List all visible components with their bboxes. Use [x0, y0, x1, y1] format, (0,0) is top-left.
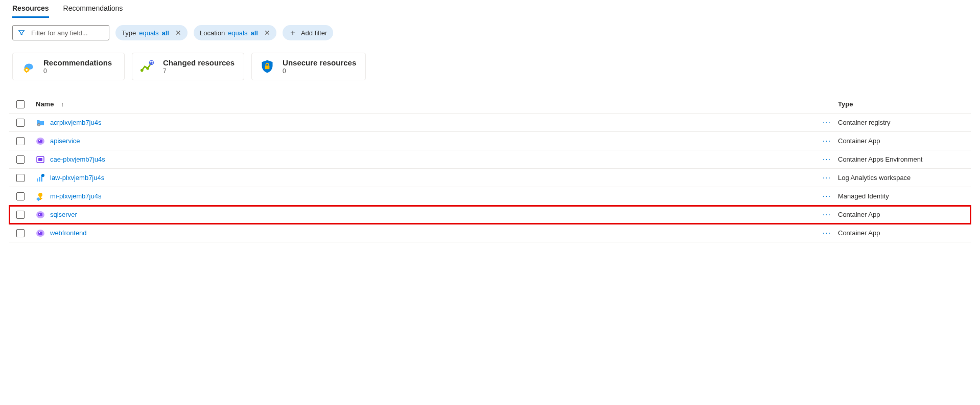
resource-link[interactable]: acrplxvjemb7ju4s — [50, 119, 101, 126]
pill-type-prefix: Type — [122, 29, 136, 37]
row-type-cell: Container App — [838, 229, 971, 237]
row-checkbox[interactable] — [16, 211, 25, 219]
card-title: Unsecure resources — [283, 58, 356, 67]
summary-cards: Recommendations 0 Changed resources 7 — [0, 40, 980, 80]
table-row: sqlserver ··· Container App — [9, 206, 971, 224]
table-row: webfrontend ··· Container App — [9, 224, 971, 242]
registry-icon — [36, 118, 45, 127]
card-text: Changed resources 7 — [163, 58, 235, 75]
containerapp-icon — [36, 229, 45, 238]
filter-bar: Type equals all ✕ Location equals all ✕ … — [0, 18, 980, 40]
resource-link[interactable]: mi-plxvjemb7ju4s — [50, 192, 101, 200]
table-header: Name ↑ Type — [9, 95, 971, 114]
row-check-cell — [9, 155, 32, 164]
tabs-bar: Resources Recommendations — [0, 0, 980, 18]
column-name-label: Name — [36, 100, 54, 108]
column-header-type[interactable]: Type — [838, 100, 971, 108]
row-name-cell: webfrontend — [32, 229, 815, 238]
card-count: 0 — [43, 68, 112, 75]
containerapp-icon — [36, 210, 45, 219]
row-actions-icon[interactable]: ··· — [815, 155, 838, 164]
cae-icon — [36, 155, 45, 164]
card-title: Changed resources — [163, 58, 235, 67]
svg-rect-4 — [24, 70, 26, 71]
row-type-cell: Managed Identity — [838, 192, 971, 200]
row-checkbox[interactable] — [16, 174, 25, 182]
resources-table: Name ↑ Type acrplxvjemb7ju4s ··· Contain… — [9, 95, 971, 242]
card-text: Recommendations 0 — [43, 58, 112, 75]
add-filter-button[interactable]: ＋ Add filter — [283, 25, 333, 40]
row-actions-icon[interactable]: ··· — [815, 118, 838, 127]
row-name-cell: sqlserver — [32, 210, 815, 219]
row-type-cell: Log Analytics workspace — [838, 174, 971, 182]
card-unsecure-resources[interactable]: Unsecure resources 0 — [251, 53, 366, 80]
tab-resources[interactable]: Resources — [12, 0, 49, 17]
card-text: Unsecure resources 0 — [283, 58, 356, 75]
row-checkbox[interactable] — [16, 192, 25, 200]
filter-input[interactable] — [30, 29, 104, 37]
row-name-cell: acrplxvjemb7ju4s — [32, 118, 815, 127]
pill-type-value: all — [162, 29, 169, 37]
column-header-name[interactable]: Name ↑ — [32, 100, 815, 108]
identity-icon — [36, 192, 45, 201]
table-row: acrplxvjemb7ju4s ··· Container registry — [9, 114, 971, 132]
svg-rect-2 — [26, 67, 27, 69]
row-name-cell: cae-plxvjemb7ju4s — [32, 155, 815, 164]
svg-point-7 — [146, 67, 149, 70]
row-type-cell: Container Apps Environment — [838, 155, 971, 163]
resource-link[interactable]: law-plxvjemb7ju4s — [50, 174, 104, 182]
table-row: mi-plxvjemb7ju4s ··· Managed Identity — [9, 187, 971, 206]
row-check-cell — [9, 174, 32, 182]
add-filter-label: Add filter — [301, 29, 327, 37]
resource-link[interactable]: apiservice — [50, 137, 80, 145]
row-actions-icon[interactable]: ··· — [815, 210, 838, 219]
card-changed-resources[interactable]: Changed resources 7 — [132, 53, 244, 80]
pill-type-mid: equals — [139, 29, 158, 37]
row-check-cell — [9, 211, 32, 219]
row-checkbox[interactable] — [16, 137, 25, 145]
filter-pill-type[interactable]: Type equals all ✕ — [115, 25, 188, 40]
resource-link[interactable]: sqlserver — [50, 211, 77, 218]
table-row: cae-plxvjemb7ju4s ··· Container Apps Env… — [9, 150, 971, 169]
row-name-cell: apiservice — [32, 137, 815, 146]
row-name-cell: mi-plxvjemb7ju4s — [32, 192, 815, 201]
table-row: law-plxvjemb7ju4s ··· Log Analytics work… — [9, 169, 971, 187]
row-check-cell — [9, 137, 32, 145]
pill-location-prefix: Location — [200, 29, 225, 37]
tab-recommendations[interactable]: Recommendations — [63, 0, 123, 17]
card-count: 0 — [283, 68, 356, 75]
containerapp-icon — [36, 137, 45, 146]
table-row: apiservice ··· Container App — [9, 132, 971, 150]
law-icon — [36, 173, 45, 183]
recommendations-icon — [20, 58, 36, 75]
row-checkbox[interactable] — [16, 119, 25, 127]
select-all-checkbox[interactable] — [16, 100, 25, 108]
row-actions-icon[interactable]: ··· — [815, 229, 838, 238]
row-actions-icon[interactable]: ··· — [815, 137, 838, 146]
pill-location-close-icon[interactable]: ✕ — [264, 29, 270, 36]
row-type-cell: Container App — [838, 137, 971, 145]
filter-icon — [18, 29, 25, 36]
row-check-cell — [9, 192, 32, 200]
filter-pill-location[interactable]: Location equals all ✕ — [194, 25, 276, 40]
svg-point-6 — [141, 69, 144, 72]
row-actions-icon[interactable]: ··· — [815, 192, 838, 201]
resource-link[interactable]: cae-plxvjemb7ju4s — [50, 155, 105, 163]
filter-input-wrap[interactable] — [12, 25, 109, 40]
card-recommendations[interactable]: Recommendations 0 — [12, 53, 125, 80]
row-checkbox[interactable] — [16, 155, 25, 164]
plus-icon: ＋ — [289, 29, 297, 37]
resource-link[interactable]: webfrontend — [50, 229, 87, 237]
row-check-cell — [9, 119, 32, 127]
row-actions-icon[interactable]: ··· — [815, 173, 838, 183]
unsecure-icon — [259, 58, 275, 75]
svg-rect-9 — [265, 65, 270, 69]
card-count: 7 — [163, 68, 235, 75]
row-type-cell: Container registry — [838, 119, 971, 126]
header-check — [9, 100, 32, 108]
row-name-cell: law-plxvjemb7ju4s — [32, 173, 815, 183]
row-check-cell — [9, 229, 32, 237]
pill-type-close-icon[interactable]: ✕ — [175, 29, 181, 36]
row-checkbox[interactable] — [16, 229, 25, 237]
sort-asc-icon: ↑ — [61, 101, 64, 107]
